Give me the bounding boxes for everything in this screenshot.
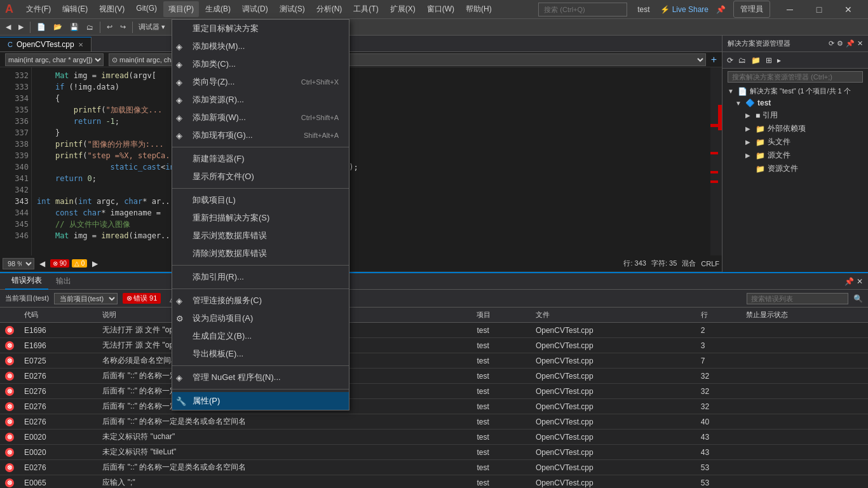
table-row[interactable]: ⊗ E0020 未定义标识符 "tileLut" test OpenCVTest… (0, 445, 868, 460)
menu-project[interactable]: 项目(P) (163, 1, 199, 17)
panel-tool-5[interactable]: ▸ (775, 54, 783, 67)
menu-debug[interactable]: 调试(D) (237, 1, 273, 17)
ctx-browse-db-errors[interactable]: 显示浏览数据库错误 (172, 227, 349, 245)
tree-resource-files[interactable]: 📁 资源文件 (725, 162, 865, 175)
menu-extensions[interactable]: 扩展(X) (385, 1, 421, 17)
panel-settings-icon[interactable]: ⚙ (837, 39, 843, 48)
new-btn[interactable]: 📄 (34, 21, 49, 33)
menu-help[interactable]: 帮助(H) (461, 1, 497, 17)
menu-analyze[interactable]: 分析(N) (311, 1, 348, 17)
zoom-select[interactable]: 98 % (3, 258, 34, 269)
ctx-add-reference[interactable]: 添加引用(R)... (172, 268, 349, 286)
undo-btn[interactable]: ↩ (104, 21, 116, 33)
add-member-btn[interactable]: + (711, 54, 717, 65)
col-code[interactable]: 代码 (19, 308, 97, 323)
ctx-add-existing[interactable]: ◈ 添加现有项(G)... Shift+Alt+A (172, 126, 349, 144)
ctx-add-resource[interactable]: ◈ 添加资源(R)... (172, 91, 349, 109)
row-project: test (471, 445, 531, 460)
table-row[interactable]: ⊗ E0276 后面有 "::" 的名称一定是类名或命名空间名 test Ope… (0, 384, 868, 399)
bottom-panel-pin-icon[interactable]: 📌 (844, 277, 854, 286)
maximize-button[interactable]: □ (804, 0, 834, 19)
panel-close-icon[interactable]: ✕ (857, 39, 863, 48)
panel-tool-4[interactable]: ⊞ (764, 54, 774, 67)
table-row[interactable]: ⊗ E1696 无法打开 源 文件 "opencv2... test OpenC… (0, 323, 868, 338)
ctx-rescan-solution[interactable]: 重新扫描解决方案(S) (172, 209, 349, 227)
tree-solution-root[interactable]: ▼ 📄 解决方案 "test" (1 个项目/共 1 个 (725, 85, 865, 97)
ctx-add-class[interactable]: ◈ 添加类(C)... (172, 55, 349, 73)
ctx-add-new-item[interactable]: ◈ 添加新项(W)... Ctrl+Shift+A (172, 109, 349, 126)
code-content[interactable]: Mat img = imread(argv[ if (!img.data) { … (32, 67, 718, 255)
bottom-panel-close-icon[interactable]: ✕ (857, 277, 863, 286)
col-project[interactable]: 项目 (471, 308, 531, 323)
save-btn[interactable]: 💾 (67, 21, 82, 33)
save-all-btn[interactable]: 🗂 (83, 22, 97, 33)
ctx-export-template[interactable]: 导出模板(E)... (172, 345, 349, 363)
open-btn[interactable]: 📂 (50, 21, 65, 33)
menu-git[interactable]: Git(G) (131, 1, 162, 17)
ctx-show-all-files[interactable]: 显示所有文件(O) (172, 168, 349, 186)
project-filter-dropdown[interactable]: 当前项目(test) (54, 293, 118, 304)
close-button[interactable]: ✕ (834, 0, 863, 19)
col-file[interactable]: 文件 (531, 308, 696, 323)
show-all-files-label: 显示所有文件(O) (193, 171, 254, 182)
table-row[interactable]: ⊗ E1696 无法打开 源 文件 "opencv2... test OpenC… (0, 338, 868, 353)
live-share-button[interactable]: ⚡ Live Share (660, 5, 709, 14)
table-row[interactable]: ⊗ E0276 后面有 "::" 的名称一定是类名或命名空间名 test Ope… (0, 414, 868, 430)
tab-output[interactable]: 输出 (50, 273, 78, 289)
ctx-unload-project[interactable]: 卸载项目(L) (172, 191, 349, 209)
scope-dropdown[interactable]: main(int argc, char * argv[]) (5, 53, 104, 66)
table-row[interactable]: ⊗ E0276 后面有 "::" 的名称一定是类名或命名空间名 test Ope… (0, 460, 868, 475)
panel-tool-3[interactable]: 📁 (749, 54, 763, 67)
menu-view[interactable]: 视图(V) (94, 1, 130, 17)
ctx-properties[interactable]: 🔧 属性(P) (172, 392, 349, 410)
sync-icon[interactable]: ⟳ (829, 39, 834, 48)
table-row[interactable]: ⊗ E0276 后面有 "::" 的名称一定是类名或命名空间名 test Ope… (0, 399, 868, 414)
ctx-build-custom[interactable]: 生成自定义(B)... (172, 327, 349, 345)
ctx-clear-db-errors[interactable]: 清除浏览数据库错误 (172, 245, 349, 262)
pin-icon[interactable]: 📌 (716, 5, 726, 14)
manage-button[interactable]: 管理員 (733, 1, 770, 18)
error-search-icon[interactable]: 🔍 (853, 294, 863, 303)
menu-tools[interactable]: 工具(T) (348, 1, 383, 17)
minimize-button[interactable]: ─ (775, 0, 804, 19)
error-filter-button[interactable]: ⊗ 错误 91 (123, 293, 161, 304)
ctx-set-startup[interactable]: ⚙ 设为启动项目(A) (172, 309, 349, 327)
error-search-input[interactable] (747, 293, 848, 304)
menu-build[interactable]: 生成(B) (200, 1, 236, 17)
tree-header-files[interactable]: ▶ 📁 头文件 (725, 135, 865, 149)
panel-tool-1[interactable]: ⟳ (725, 54, 735, 67)
tree-references[interactable]: ▶ ■ 引用 (725, 109, 865, 122)
panel-tool-2[interactable]: 🗂 (736, 54, 748, 67)
ctx-retarget[interactable]: 重定目标解决方案 (172, 20, 349, 37)
tree-external-deps[interactable]: ▶ 📁 外部依赖项 (725, 122, 865, 135)
table-row[interactable]: ⊗ E0065 应输入 ";" test OpenCVTest.cpp 53 (0, 475, 868, 489)
menu-file[interactable]: 文件(F) (21, 1, 56, 17)
solution-search-input[interactable] (728, 71, 863, 83)
menu-test[interactable]: 测试(S) (275, 1, 310, 17)
panel-pin-icon[interactable]: 📌 (846, 39, 855, 48)
editor-tab-opencvtest[interactable]: C OpenCVTest.cpp ✕ (0, 37, 92, 51)
ctx-class-wizard[interactable]: ◈ 类向导(Z)... Ctrl+Shift+X (172, 73, 349, 91)
tree-source-files[interactable]: ▶ 📁 源文件 (725, 149, 865, 162)
ctx-manage-nuget[interactable]: ◈ 管理 NuGet 程序包(N)... (172, 369, 349, 386)
forward-btn[interactable]: ▶ (15, 21, 27, 33)
ctx-add-module[interactable]: ◈ 添加模块(M)... (172, 37, 349, 55)
nav-forward-btn[interactable]: ▶ (90, 258, 100, 269)
ctx-manage-services[interactable]: ◈ 管理连接的服务(C) (172, 292, 349, 309)
table-row[interactable]: ⊗ E0020 未定义标识符 "uchar" test OpenCVTest.c… (0, 430, 868, 445)
global-search-input[interactable] (538, 3, 627, 17)
back-btn[interactable]: ◀ (3, 21, 14, 33)
tab-close-btn[interactable]: ✕ (78, 41, 83, 48)
nav-back-btn[interactable]: ◀ (37, 258, 48, 269)
tree-project-root[interactable]: ▼ 🔷 test (725, 97, 865, 109)
table-row[interactable]: ⊗ E0725 名称必须是命名空间名 test OpenCVTest.cpp 7 (0, 353, 868, 369)
menu-edit[interactable]: 编辑(E) (57, 1, 93, 17)
redo-btn[interactable]: ↪ (117, 21, 129, 33)
ctx-new-filter[interactable]: 新建筛选器(F) (172, 150, 349, 168)
col-suppress[interactable]: 禁止显示状态 (741, 308, 868, 323)
tab-errors[interactable]: 错误列表 (5, 273, 48, 290)
table-row[interactable]: ⊗ E0276 后面有 "::" 的名称一定是类名或命名空间名 test Ope… (0, 369, 868, 384)
context-menu[interactable]: 重定目标解决方案 ◈ 添加模块(M)... ◈ 添加类(C)... ◈ 类向导(… (172, 19, 349, 410)
col-line[interactable]: 行 (696, 308, 741, 323)
menu-window[interactable]: 窗口(W) (422, 1, 459, 17)
